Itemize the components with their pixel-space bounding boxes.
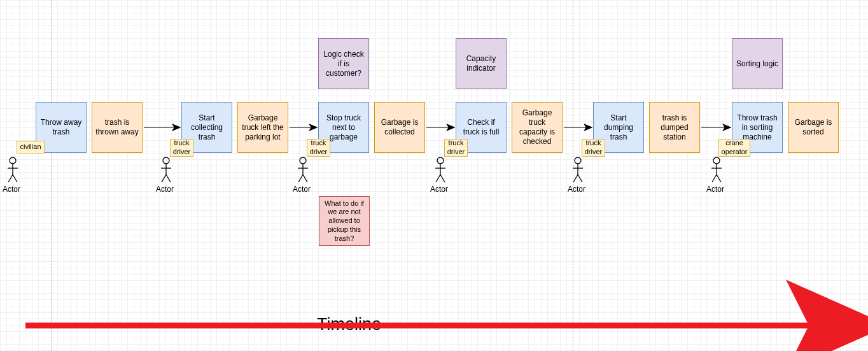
timeline-label: Timeline: [317, 315, 381, 334]
result-thrown-away[interactable]: trash is thrown away: [92, 102, 143, 153]
role-civilian[interactable]: civilian: [17, 141, 45, 154]
role-truck-driver-2[interactable]: truck driver: [307, 139, 330, 157]
svg-point-5: [10, 157, 16, 164]
svg-line-18: [298, 175, 303, 182]
svg-line-28: [573, 175, 578, 182]
svg-line-24: [440, 175, 445, 182]
result-dumped-station[interactable]: trash is dumped station: [649, 102, 700, 153]
role-truck-driver-4[interactable]: truck driver: [582, 139, 605, 157]
grid-guide: [51, 0, 52, 351]
svg-line-9: [13, 175, 17, 182]
svg-point-30: [713, 157, 720, 164]
svg-point-20: [437, 157, 444, 164]
actor-label-4: Actor: [568, 185, 585, 194]
logic-box-capacity[interactable]: Capacity indicator: [456, 38, 507, 89]
svg-line-29: [578, 175, 582, 182]
logic-box-customer[interactable]: Logic check if is customer?: [318, 38, 369, 89]
role-truck-driver-3[interactable]: truck driver: [444, 139, 468, 157]
result-capacity-checked[interactable]: Garbage truck capacity is checked: [512, 102, 563, 153]
actor-icon: [8, 157, 722, 182]
question-note[interactable]: What to do if we are not allowed to pick…: [319, 196, 370, 246]
actor-label-0: Actor: [3, 185, 20, 194]
result-sorted[interactable]: Garbage is sorted: [788, 102, 839, 153]
svg-line-8: [8, 175, 13, 182]
svg-line-14: [166, 175, 171, 182]
logic-box-sorting[interactable]: Sorting logic: [732, 38, 783, 89]
actor-label-3: Actor: [430, 185, 448, 194]
svg-line-23: [436, 175, 440, 182]
actor-label-1: Actor: [156, 185, 174, 194]
svg-line-33: [712, 175, 717, 182]
result-garbage-collected[interactable]: Garbage is collected: [374, 102, 425, 153]
actor-label-5: Actor: [706, 185, 724, 194]
svg-point-10: [163, 157, 169, 164]
result-left-lot[interactable]: Garbage truck left the parking lot: [237, 102, 288, 153]
grid-guide: [573, 0, 573, 351]
svg-line-34: [717, 175, 721, 182]
svg-point-25: [575, 157, 581, 164]
actor-label-2: Actor: [293, 185, 311, 194]
svg-point-15: [300, 157, 306, 164]
svg-line-13: [162, 175, 166, 182]
diagram-canvas[interactable]: Logic check if is customer? Capacity ind…: [0, 0, 868, 351]
role-truck-driver-1[interactable]: truck driver: [170, 139, 193, 157]
svg-line-19: [303, 175, 307, 182]
role-crane-operator[interactable]: crane operator: [718, 139, 750, 157]
